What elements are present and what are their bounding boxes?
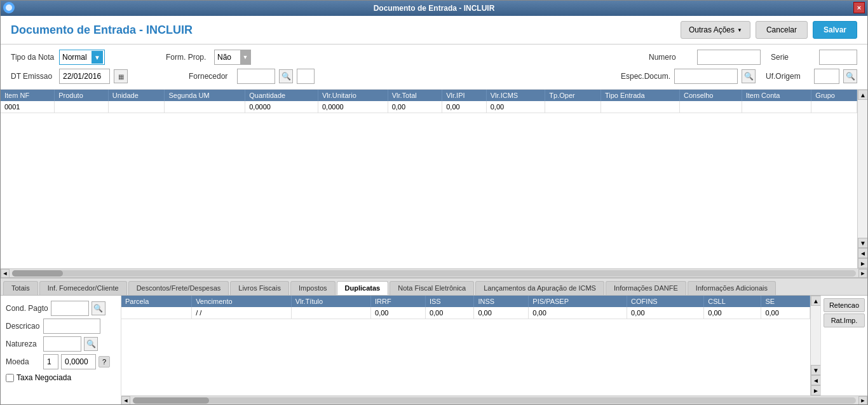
salvar-button[interactable]: Salvar [813,21,857,39]
fornecedor-input[interactable] [237,69,275,84]
header: Documento de Entrada - INCLUIR Outras Aç… [1,16,867,45]
tabs-bar: Totais Inf. Fornecedor/Cliente Descontos… [1,278,867,296]
cond-pagto-input[interactable] [51,301,89,316]
tipo-da-nota-select-container[interactable]: Normal ▼ [59,50,105,65]
scroll-down-btn[interactable]: ▼ [858,238,867,248]
scroll-left-btn[interactable]: ◄ [858,248,867,258]
tipo-da-nota-group: Tipo da Nota Normal ▼ [11,50,105,65]
dup-scroll-right[interactable]: ► [811,385,821,395]
numero-input[interactable] [697,50,761,65]
cond-pagto-search[interactable]: 🔍 [92,301,105,315]
col-grupo: Grupo [811,90,857,101]
duplicatas-row: / / 0,00 0,00 0,00 0,00 0,00 0,00 0,00 [121,307,810,319]
tab-descontos[interactable]: Descontos/Frete/Despesas [128,281,229,295]
col-conselho: Conselho [680,90,742,101]
tab-impostos[interactable]: Impostos [290,281,336,295]
table-row: 0001 0,0000 0,0000 0,00 0,00 0,00 [1,101,857,113]
cancelar-button[interactable]: Cancelar [756,21,808,39]
side-buttons: Retencao Rat.Imp. [820,296,867,395]
descricao-group: Descricao [6,319,116,334]
rat-imp-button[interactable]: Rat.Imp. [824,313,865,327]
form-prop-select[interactable]: Não [215,50,240,64]
cell-segunda-um [165,101,245,113]
numero-group: Numero [649,50,761,65]
moeda-val-input[interactable] [61,354,96,369]
form-row-2: DT Emissao ▦ Fornecedor 🔍 Espec.Docum. 🔍… [11,69,857,84]
dup-scroll-track [811,306,820,365]
cell-quantidade: 0,0000 [245,101,318,113]
col-vlr-ipi: Vlr.IPI [442,90,487,101]
close-button[interactable]: × [853,2,865,13]
descricao-input[interactable] [43,319,100,334]
tab-nota-fiscal[interactable]: Nota Fiscal Eletrônica [390,281,474,295]
espec-docum-search-icon[interactable]: 🔍 [742,69,756,83]
main-table-section: Item NF Produto Unidade Segunda UM Quant… [1,90,867,277]
outras-acoes-button[interactable]: Outras Ações ▼ [681,21,750,39]
h-scroll-track [12,270,856,277]
tab-info-danfe[interactable]: Informações DANFE [606,281,686,295]
form-prop-label: Form. Prop. [166,53,210,62]
dup-scroll-up[interactable]: ▲ [811,296,821,306]
cell-grupo [811,101,857,113]
outras-acoes-arrow: ▼ [737,27,742,33]
dup-vencimento: / / [192,307,292,319]
col-vlr-total: Vlr.Total [388,90,442,101]
col-unidade: Unidade [108,90,165,101]
cell-vlr-total: 0,00 [388,101,442,113]
dup-scroll-down[interactable]: ▼ [811,365,821,375]
numero-label: Numero [649,53,693,62]
tab-totais[interactable]: Totais [3,281,38,295]
retencao-button[interactable]: Retencao [824,298,865,312]
main-h-scrollbar: ◄ ► [1,268,867,277]
dup-col-se: SE [761,296,810,307]
tab-info-adicionais[interactable]: Informações Adicionais [688,281,776,295]
dup-scroll-left[interactable]: ◄ [811,375,821,385]
uf-origem-group: Uf.Origem 🔍 [766,69,857,84]
uf-origem-search-icon[interactable]: 🔍 [843,69,857,83]
page-title: Documento de Entrada - INCLUIR [11,24,193,37]
cell-produto [55,101,109,113]
scroll-right-btn[interactable]: ► [858,258,867,268]
col-segunda-um: Segunda UM [165,90,245,101]
question-button[interactable]: ? [98,356,110,367]
tab-livros-fiscais[interactable]: Livros Fiscais [230,281,289,295]
right-panel: Parcela Vencimento Vlr.Título IRRF ISS I… [121,296,867,404]
tab-inf-fornecedor[interactable]: Inf. Fornecedor/Cliente [39,281,127,295]
tab-lancamentos[interactable]: Lançamentos da Apuração de ICMS [475,281,604,295]
cell-unidade [108,101,165,113]
form-prop-group: Form. Prop. Não ▼ [166,50,251,65]
dup-h-scroll-left[interactable]: ◄ [121,396,130,405]
espec-docum-input[interactable] [674,69,738,84]
tipo-da-nota-select[interactable]: Normal [60,50,104,64]
taxa-negociada-checkbox[interactable] [6,374,14,382]
dt-emissao-input[interactable] [59,69,110,84]
dup-pis-pasep: 0,00 [529,307,627,319]
bottom-section: Totais Inf. Fornecedor/Cliente Descontos… [1,277,867,404]
scroll-up-btn[interactable]: ▲ [858,90,867,100]
dt-emissao-label: DT Emissao [11,72,55,81]
duplicatas-table-scroll[interactable]: Parcela Vencimento Vlr.Título IRRF ISS I… [121,296,810,395]
dup-cofins: 0,00 [627,307,704,319]
h-scroll-left[interactable]: ◄ [1,269,10,278]
h-scroll-right[interactable]: ► [858,269,867,278]
cell-vlr-unitario: 0,0000 [318,101,388,113]
dup-h-scroll-right[interactable]: ► [858,396,867,405]
form-row-1: Tipo da Nota Normal ▼ Form. Prop. Não ▼ [11,50,857,65]
main-table-scroll[interactable]: Item NF Produto Unidade Segunda UM Quant… [1,90,857,268]
uf-origem-input[interactable] [814,69,839,84]
serie-input[interactable] [819,50,857,65]
dup-irrf: 0,00 [371,307,426,319]
dup-col-parcela: Parcela [121,296,192,307]
form-prop-select-container[interactable]: Não ▼ [214,50,251,65]
tab-duplicatas[interactable]: Duplicatas [337,281,389,295]
scroll-track [858,100,867,238]
window-title: Documento de Entrada - INCLUIR [374,4,495,13]
natureza-input[interactable] [43,336,81,352]
dup-inss: 0,00 [474,307,529,319]
natureza-search[interactable]: 🔍 [84,337,98,351]
calendar-icon[interactable]: ▦ [114,69,128,83]
moeda-num-input[interactable] [43,354,58,369]
dup-col-vlr-titulo: Vlr.Título [291,296,370,307]
moeda-group: Moeda ? [6,354,116,369]
fornecedor-search-icon[interactable]: 🔍 [279,69,293,83]
